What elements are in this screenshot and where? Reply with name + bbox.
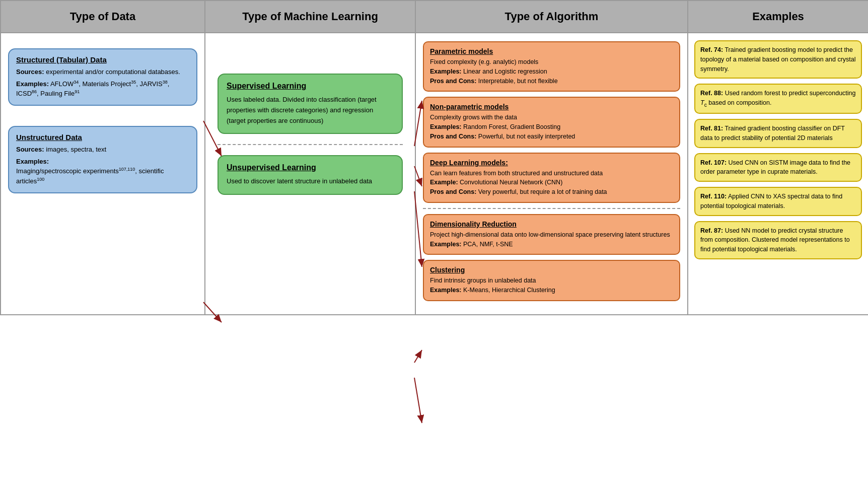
unstructured-data-title: Unstructured Data	[16, 133, 189, 142]
unsupervised-learning-box: Unsupervised Learning Used to discover l…	[218, 155, 403, 195]
header-col2-text: Type of Machine Learning	[242, 10, 378, 23]
ref-87-label: Ref. 87:	[700, 227, 723, 234]
header-col3-text: Type of Algorithm	[505, 10, 599, 23]
deep-learning-line1: Can learn features from both structured …	[430, 169, 673, 178]
ref-81-label: Ref. 81:	[700, 125, 723, 132]
deep-learning-title: Deep Learning models:	[430, 159, 673, 167]
parametric-line1: Fixed complexity (e.g. analytic) models	[430, 57, 673, 67]
example-box-88: Ref. 88: Used random forest to predict s…	[694, 84, 862, 114]
example-box-87: Ref. 87: Used NN model to predict crysta…	[694, 221, 862, 259]
header-col3: Type of Algorithm	[415, 1, 688, 33]
algo-dashed-divider	[423, 208, 680, 209]
ref-107-label: Ref. 107:	[700, 159, 727, 166]
example-box-81: Ref. 81: Trained gradient boosting class…	[694, 119, 862, 148]
algo-column-cell: Parametric models Fixed complexity (e.g.…	[415, 33, 688, 315]
parametric-title: Parametric models	[430, 47, 673, 55]
dim-reduction-title: Dimensionality Reduction	[430, 220, 673, 228]
nonparametric-line1: Complexity grows with the data	[430, 113, 673, 122]
header-col4-text: Examples	[752, 10, 804, 23]
ref-88-text: Used random forest to predict supercondu…	[700, 90, 856, 106]
unstructured-data-sources: Sources: images, spectra, text	[16, 145, 189, 155]
unstructured-data-box: Unstructured Data Sources: images, spect…	[8, 126, 197, 193]
parametric-examples: Examples: Linear and Logistic regression	[430, 67, 673, 77]
ref-87-text: Used NN model to predict crystal structu…	[700, 227, 850, 253]
clustering-line1: Find intrinsic groups in unlabeled data	[430, 276, 673, 286]
nonparametric-pros: Pros and Cons: Powerful, but not easily …	[430, 132, 673, 142]
clustering-examples: Examples: K-Means, Hierarchical Clusteri…	[430, 286, 673, 295]
nonparametric-examples: Examples: Random Forest, Gradient Boosti…	[430, 122, 673, 132]
example-box-110: Ref. 110: Applied CNN to XAS spectral da…	[694, 187, 862, 216]
clustering-title: Clustering	[430, 266, 673, 274]
nonparametric-title: Non-parametric models	[430, 103, 673, 111]
supervised-desc: Uses labeled data. Divided into classifi…	[227, 95, 394, 126]
example-box-74: Ref. 74: Trained gradient boosting model…	[694, 40, 862, 79]
header-col1-text: Type of Data	[70, 10, 135, 23]
dashed-divider	[218, 144, 403, 145]
ref-74-label: Ref. 74:	[700, 46, 723, 53]
supervised-title: Supervised Learning	[227, 82, 394, 91]
structured-data-box: Structured (Tabular) Data Sources: exper…	[8, 48, 197, 106]
data-column-cell: Structured (Tabular) Data Sources: exper…	[1, 33, 205, 315]
header-col4: Examples	[688, 1, 868, 33]
dim-reduction-line1: Project high-dimensional data onto low-d…	[430, 230, 673, 240]
ml-column-cell: Supervised Learning Uses labeled data. D…	[205, 33, 415, 315]
main-table: Type of Data Type of Machine Learning Ty…	[0, 0, 868, 315]
structured-data-examples: Examples: AFLOW34, Materials Project35, …	[16, 79, 189, 99]
ref-110-label: Ref. 110:	[700, 193, 727, 200]
deep-learning-examples: Example: Convolutional Neural Network (C…	[430, 178, 673, 187]
unsupervised-title: Unsupervised Learning	[227, 163, 394, 172]
supervised-learning-box: Supervised Learning Uses labeled data. D…	[218, 74, 403, 134]
structured-data-title: Structured (Tabular) Data	[16, 55, 189, 64]
structured-data-sources: Sources: experimental and/or computation…	[16, 67, 189, 77]
dim-reduction-examples: Examples: PCA, NMF, t-SNE	[430, 240, 673, 249]
deep-learning-pros: Pros and Cons: Very powerful, but requir…	[430, 187, 673, 197]
deep-learning-box: Deep Learning models: Can learn features…	[423, 153, 680, 203]
parametric-box: Parametric models Fixed complexity (e.g.…	[423, 41, 680, 92]
clustering-box: Clustering Find intrinsic groups in unla…	[423, 260, 680, 301]
header-col2: Type of Machine Learning	[205, 1, 415, 33]
ref-74-text: Trained gradient boosting model to predi…	[700, 46, 856, 73]
examples-column-cell: Ref. 74: Trained gradient boosting model…	[688, 33, 868, 315]
dim-reduction-box: Dimensionality Reduction Project high-di…	[423, 214, 680, 255]
arrow-unsup-dim	[414, 350, 422, 363]
header-col1: Type of Data	[1, 1, 205, 33]
ref-88-label: Ref. 88:	[700, 90, 723, 97]
arrow-unsup-cluster	[414, 378, 422, 423]
parametric-pros: Pros and Cons: Interpretable, but not fl…	[430, 77, 673, 86]
nonparametric-box: Non-parametric models Complexity grows w…	[423, 97, 680, 147]
unstructured-data-examples: Examples: Imaging/spectroscopic experime…	[16, 157, 189, 186]
unsupervised-desc: Used to discover latent structure in unl…	[227, 176, 394, 187]
example-box-107: Ref. 107: Used CNN on SISTM image data t…	[694, 153, 862, 182]
